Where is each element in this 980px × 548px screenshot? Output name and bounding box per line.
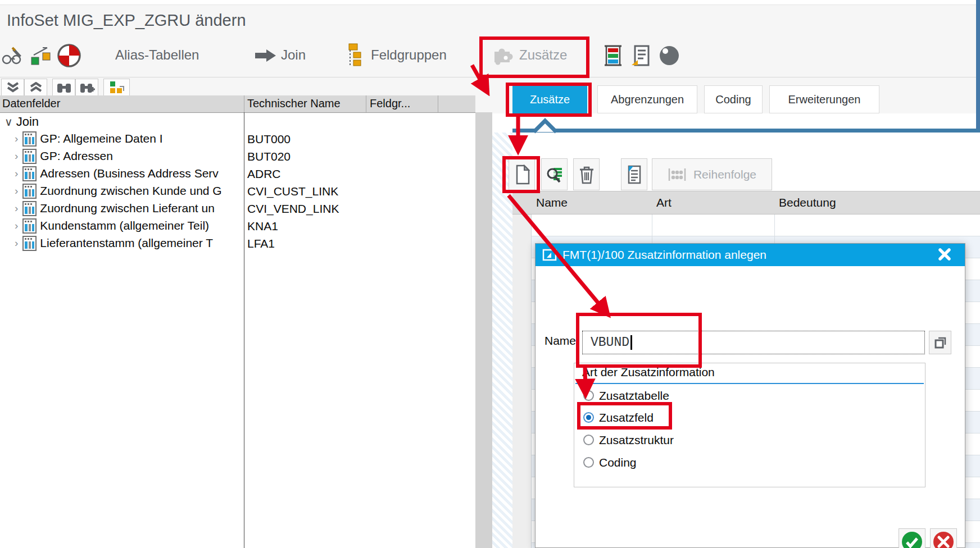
pie-chart-icon[interactable] (56, 43, 82, 68)
name-label: Name (545, 334, 576, 348)
dialog-icon (542, 249, 557, 261)
document-notes-icon[interactable] (629, 44, 651, 67)
tab-abgrenzungen[interactable]: Abgrenzungen (597, 85, 697, 113)
column-art: Art (656, 196, 672, 209)
title-bar: InfoSet MIG_EXP_ZGRU ändern (0, 4, 980, 36)
create-button[interactable] (509, 158, 535, 190)
tab-erweiterungen[interactable]: Erweiterungen (769, 85, 879, 113)
collapse-all-button[interactable] (1, 79, 24, 96)
tree-column-fieldgroup: Feldgr... (370, 97, 410, 110)
tree-row-but020[interactable]: › GP: Adressen (15, 148, 235, 165)
tech-name: LFA1 (247, 237, 275, 250)
tech-name: BUT000 (247, 133, 291, 146)
row-selector-column (512, 214, 532, 548)
tree-root-join[interactable]: ∨ Join (4, 113, 39, 130)
chevron-right-icon[interactable]: › (15, 133, 18, 145)
extras-puzzle-icon (490, 45, 516, 66)
field-groups-icon (344, 43, 364, 67)
radio-zusatztabelle[interactable] (583, 390, 594, 401)
column-bedeutung: Bedeutung (779, 196, 836, 209)
delete-button[interactable] (573, 158, 600, 190)
chevron-right-icon[interactable]: › (15, 185, 18, 197)
tree-row-cvi-vend-link[interactable]: › Zuordnung zwischen Lieferant un (15, 200, 235, 217)
chevron-right-icon[interactable]: › (15, 220, 18, 232)
tree-row-adrc[interactable]: › Adressen (Business Address Serv (15, 165, 235, 182)
create-extra-dialog: FMT(1)/100 Zusatzinformation anlegen Nam… (535, 243, 965, 548)
text-cursor (630, 335, 632, 350)
tech-name: ADRC (247, 167, 281, 181)
order-button[interactable]: Reihenfolge (652, 158, 772, 190)
tab-underline (512, 129, 980, 133)
window-edge (976, 0, 980, 133)
tree-row-kna1[interactable]: › Kundenstamm (allgemeiner Teil) (15, 217, 235, 234)
display-button[interactable] (541, 158, 568, 190)
tree-column-divider (244, 112, 244, 548)
chevron-down-icon[interactable]: ∨ (4, 115, 13, 129)
radio-zusatzfeld[interactable] (583, 412, 594, 423)
expand-all-button[interactable] (24, 79, 47, 96)
documentation-button[interactable] (621, 158, 647, 190)
display-change-icon[interactable] (1, 45, 24, 66)
chevron-right-icon[interactable]: › (15, 202, 18, 214)
sap-window: InfoSet MIG_EXP_ZGRU ändern Alias-Tabell… (0, 0, 980, 548)
confirm-button[interactable] (899, 528, 925, 548)
extra-type-group: Art der Zusatzinformation Zusatztabelle … (574, 363, 925, 487)
tree-row-cvi-cust-link[interactable]: › Zuordnung zwischen Kunde und G (15, 182, 235, 199)
dialog-title: FMT(1)/100 Zusatzinformation anlegen (562, 248, 766, 262)
group-title-underline (575, 383, 924, 384)
table-icon (22, 218, 37, 234)
close-icon[interactable] (937, 246, 952, 262)
join-arrow-icon (254, 48, 278, 63)
field-groups-button[interactable]: Feldgruppen (371, 47, 447, 63)
tree-row-but000[interactable]: › GP: Allgemeine Daten I (15, 130, 235, 147)
chevron-right-icon[interactable]: › (15, 167, 18, 180)
tree-column-technical-name: Technischer Name (247, 97, 341, 110)
join-button[interactable]: Join (281, 47, 306, 63)
radio-zusatzstruktur[interactable] (583, 435, 594, 445)
radio-coding[interactable] (583, 457, 594, 468)
cancel-button[interactable] (930, 528, 957, 548)
table-icon (22, 236, 37, 251)
tree-header: Datenfelder Technischer Name Feldgr... (0, 95, 475, 113)
table-header: Name Art Bedeutung (512, 191, 980, 214)
dialog-title-bar[interactable]: FMT(1)/100 Zusatzinformation anlegen (536, 244, 965, 266)
radio-label-zusatzstruktur[interactable]: Zusatzstruktur (599, 433, 674, 447)
hierarchy-button[interactable] (103, 79, 130, 96)
sphere-icon[interactable] (657, 44, 681, 67)
table-icon (22, 201, 37, 216)
find-button[interactable] (52, 79, 75, 96)
tech-name: KNA1 (247, 220, 278, 233)
tab-coding[interactable]: Coding (704, 85, 763, 113)
radio-label-zusatztabelle[interactable]: Zusatztabelle (599, 389, 669, 403)
layout-list-icon[interactable] (602, 44, 624, 67)
column-name: Name (536, 196, 568, 209)
radio-label-zusatzfeld[interactable]: Zusatzfeld (599, 411, 654, 424)
panel-scrollbar[interactable] (475, 112, 492, 548)
tree-row-lfa1[interactable]: › Lieferantenstamm (allgemeiner T (15, 235, 235, 252)
tech-name: CVI_VEND_LINK (247, 202, 339, 216)
tech-name: CVI_CUST_LINK (247, 185, 338, 198)
table-icon (22, 184, 37, 199)
group-title: Art der Zusatzinformation (582, 366, 715, 379)
name-input[interactable]: VBUND (582, 331, 925, 354)
chevron-right-icon[interactable]: › (15, 150, 18, 162)
page-title: InfoSet MIG_EXP_ZGRU ändern (7, 11, 246, 30)
tech-name: BUT020 (247, 150, 291, 163)
tree-column-datenfelder: Datenfelder (2, 97, 60, 110)
table-icon (22, 131, 37, 147)
mini-chart-icon[interactable] (29, 46, 53, 66)
chevron-right-icon[interactable]: › (15, 237, 18, 249)
table-icon (22, 149, 37, 164)
alias-tables-button[interactable]: Alias-Tabellen (115, 47, 199, 63)
multiple-selection-button[interactable] (929, 331, 951, 354)
radio-label-coding[interactable]: Coding (599, 456, 637, 469)
abacus-icon (668, 167, 687, 182)
tab-zusaetze[interactable]: Zusätze (512, 85, 587, 113)
extras-button[interactable]: Zusätze (519, 47, 567, 63)
splitter-grip[interactable] (492, 133, 512, 548)
find-next-button[interactable] (75, 79, 98, 96)
table-icon (22, 166, 37, 181)
